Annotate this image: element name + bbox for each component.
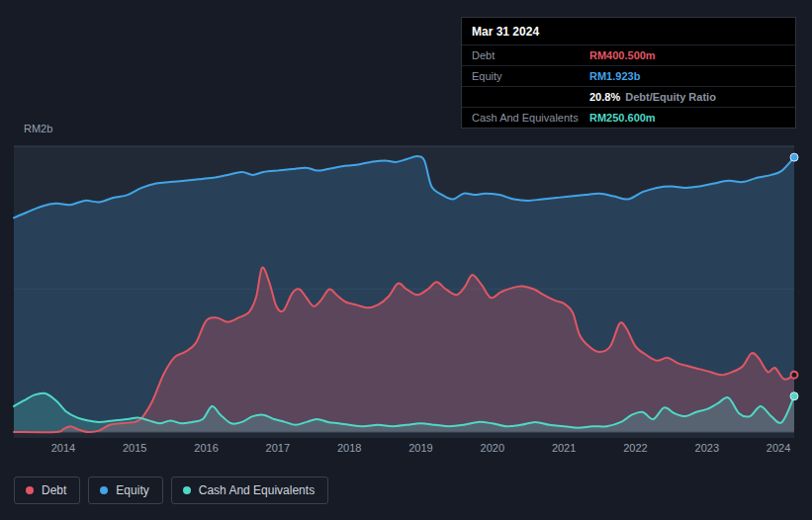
x-axis: 2014201520162017201820192020202120222023…	[0, 442, 812, 456]
tooltip-debt-value: RM400.500m	[589, 49, 656, 61]
legend-cash-label: Cash And Equivalents	[199, 483, 315, 497]
x-axis-label: 2019	[408, 442, 432, 454]
tooltip-date: Mar 31 2024	[462, 18, 795, 44]
x-axis-label: 2022	[623, 442, 647, 454]
debt-equity-history-chart[interactable]	[14, 146, 794, 438]
legend-item-cash[interactable]: Cash And Equivalents	[171, 477, 328, 504]
x-axis-label: 2018	[337, 442, 361, 454]
legend-item-equity[interactable]: Equity	[88, 477, 162, 504]
x-axis-label: 2015	[123, 442, 146, 454]
tooltip-cash-label: Cash And Equivalents	[472, 112, 589, 124]
tooltip-equity-value: RM1.923b	[589, 70, 640, 82]
legend-equity-label: Equity	[116, 483, 148, 497]
chart-canvas[interactable]	[14, 146, 794, 438]
tooltip-debt-label: Debt	[472, 49, 589, 61]
tooltip-ratio-label: Debt/Equity Ratio	[625, 91, 716, 103]
x-axis-label: 2020	[481, 442, 504, 454]
legend-item-debt[interactable]: Debt	[14, 477, 80, 504]
x-axis-label: 2021	[552, 442, 576, 454]
tooltip-row-debt: Debt RM400.500m	[462, 44, 795, 65]
debt-dot-icon	[26, 486, 34, 494]
tooltip-row-equity: Equity RM1.923b	[462, 65, 795, 86]
legend-debt-label: Debt	[42, 483, 66, 497]
chart-tooltip: Mar 31 2024 Debt RM400.500m Equity RM1.9…	[461, 17, 796, 129]
x-axis-label: 2017	[266, 442, 290, 454]
tooltip-equity-label: Equity	[472, 70, 589, 82]
equity-dot-icon	[100, 486, 108, 494]
legend: Debt Equity Cash And Equivalents	[14, 477, 328, 504]
x-axis-label: 2024	[767, 442, 790, 454]
debt-equity-chart-page: { "tooltip": { "date": "Mar 31 2024", "d…	[0, 0, 812, 520]
x-axis-label: 2014	[51, 442, 75, 454]
x-axis-label: 2023	[695, 442, 719, 454]
y-axis-label-top: RM2b	[24, 123, 52, 134]
tooltip-ratio-value: 20.8%	[589, 91, 620, 103]
x-axis-label: 2016	[194, 442, 218, 454]
tooltip-row-cash: Cash And Equivalents RM250.600m	[462, 107, 795, 128]
tooltip-row-ratio: 20.8% Debt/Equity Ratio	[462, 86, 795, 107]
cash-dot-icon	[183, 486, 191, 494]
tooltip-cash-value: RM250.600m	[589, 112, 656, 124]
